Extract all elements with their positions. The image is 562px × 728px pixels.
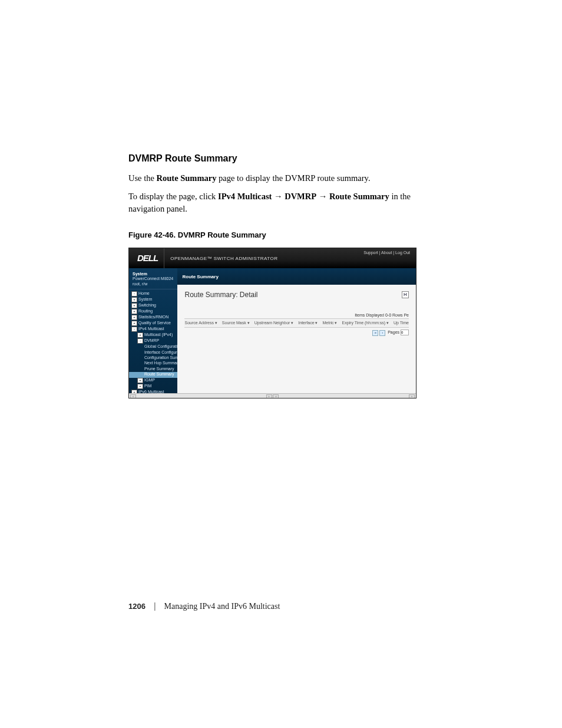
breadcrumb: Route Summary <box>177 268 416 285</box>
scroll-right-icon[interactable]: › <box>409 394 415 399</box>
content-panel: Route Summary: Detail H Items Displayed … <box>177 285 416 393</box>
sidebar-item-label: Next Hop Summary <box>144 361 177 365</box>
product-name: OPENMANAGE™ SWITCH ADMINISTRATOR <box>164 256 277 261</box>
arrow: → <box>272 192 285 201</box>
sidebar-title: System <box>129 271 177 276</box>
print-icon[interactable]: H <box>402 291 409 298</box>
device-name: PowerConnect M8024 <box>133 276 173 281</box>
expand-icon[interactable]: + <box>137 378 143 383</box>
app-header: DELL OPENMANAGE™ SWITCH ADMINISTRATOR Su… <box>129 248 416 268</box>
text-bold: Route Summary <box>157 173 217 183</box>
expand-icon[interactable]: + <box>137 332 143 338</box>
text: page to display the DVMRP route summary. <box>216 173 370 183</box>
collapse-icon[interactable]: - <box>131 327 137 332</box>
sidebar-item[interactable]: +Statistics/RMON <box>129 315 177 321</box>
sidebar-subtitle: PowerConnect M8024 root, r/w <box>129 276 177 289</box>
page-number-input[interactable] <box>401 330 409 335</box>
table-header: Source Address ▾Source Mask ▾Upstream Ne… <box>184 318 409 328</box>
sidebar-item[interactable]: -Home <box>129 291 177 297</box>
column-header[interactable]: Interface ▾ <box>298 321 318 325</box>
first-page-icon[interactable]: « <box>372 330 378 336</box>
dell-logo: DELL <box>129 248 164 268</box>
sidebar-item[interactable]: +System <box>129 297 177 303</box>
sidebar-item-label: Quality of Service <box>138 321 171 325</box>
nav-step-2: DVMRP <box>285 192 316 201</box>
sidebar-item-label: Route Summary <box>144 372 174 376</box>
sidebar-item[interactable]: Global Configuratio <box>129 344 177 350</box>
column-header[interactable]: Metric ▾ <box>322 321 337 325</box>
intro-paragraph-1: Use the Route Summary page to display th… <box>128 172 434 185</box>
arrow: → <box>316 192 329 201</box>
sidebar-item-label: Statistics/RMON <box>138 315 168 319</box>
sidebar-item[interactable]: Prune Summary <box>129 367 177 372</box>
expand-icon[interactable]: + <box>137 384 143 389</box>
sidebar-item-label: Routing <box>138 309 153 313</box>
expand-icon[interactable]: + <box>131 309 137 314</box>
sidebar-item[interactable]: +Routing <box>129 309 177 315</box>
sidebar-item-label: Multicast (IPv4) <box>144 332 173 337</box>
expand-icon[interactable]: + <box>131 303 137 308</box>
sidebar-item[interactable]: Interface Configurat <box>129 350 177 355</box>
sidebar-item-label: Interface Configurat <box>144 350 177 354</box>
column-header[interactable]: Up Time <box>394 321 409 325</box>
sidebar-item[interactable]: +Quality of Service <box>129 321 177 327</box>
figure-caption: Figure 42-46. DVMRP Route Summary <box>128 230 434 239</box>
nav-sidebar: System PowerConnect M8024 root, r/w -Hom… <box>129 268 177 393</box>
expand-icon[interactable]: + <box>131 390 137 393</box>
scrollbar-bottom[interactable]: ‹ › ‹ › <box>129 393 416 398</box>
items-displayed-label: Items Displayed 0-0 Rows Pe <box>184 313 409 317</box>
sidebar-item[interactable]: +PIM <box>129 384 177 390</box>
section-heading: DVMRP Route Summary <box>128 153 434 164</box>
sidebar-item-label: IGMP <box>144 378 155 382</box>
figure-screenshot: DELL OPENMANAGE™ SWITCH ADMINISTRATOR Su… <box>128 248 416 398</box>
sidebar-item[interactable]: +IPv6 Multicast <box>129 390 177 393</box>
pages-label: Pages <box>388 330 399 334</box>
sidebar-item[interactable]: Route Summary <box>129 372 177 377</box>
page-footer: 1206 | Managing IPv4 and IPv6 Multicast <box>128 601 280 611</box>
expand-icon[interactable]: + <box>131 315 137 320</box>
column-header[interactable]: Expiry Time (hh:mm:ss) ▾ <box>342 321 388 325</box>
sidebar-item-label: IPv4 Multicast <box>138 327 164 331</box>
pager: « ‹ Pages <box>184 330 409 336</box>
intro-paragraph-2: To display the page, click IPv4 Multicas… <box>128 190 434 215</box>
sidebar-item-label: Switching <box>138 303 156 307</box>
scroll-left-icon[interactable]: ‹ <box>273 394 279 399</box>
chapter-title: Managing IPv4 and IPv6 Multicast <box>164 602 280 611</box>
sidebar-item-label: System <box>138 297 152 301</box>
nav-step-1: IPv4 Multicast <box>218 192 272 201</box>
footer-divider: | <box>154 601 156 611</box>
sidebar-item[interactable]: +Switching <box>129 303 177 309</box>
expand-icon[interactable]: + <box>131 297 137 302</box>
page-number: 1206 <box>128 602 146 611</box>
sidebar-item-label: Configuration Summ <box>144 355 177 360</box>
collapse-icon[interactable]: - <box>131 291 137 297</box>
sidebar-item[interactable]: Next Hop Summary <box>129 361 177 366</box>
scroll-right-icon[interactable]: › <box>266 394 272 399</box>
sidebar-item[interactable]: Configuration Summ <box>129 355 177 361</box>
sidebar-item[interactable]: -IPv4 Multicast <box>129 327 177 332</box>
scroll-left-icon[interactable]: ‹ <box>130 394 136 399</box>
sidebar-item-label: DVMRP <box>144 338 159 342</box>
sidebar-item-label: Global Configuratio <box>144 344 177 348</box>
nav-step-3: Route Summary <box>329 192 389 201</box>
sidebar-item-label: IPv6 Multicast <box>138 390 164 393</box>
collapse-icon[interactable]: - <box>137 338 143 344</box>
column-header[interactable]: Upstream Neighbor ▾ <box>254 321 294 325</box>
text: Use the <box>128 173 157 183</box>
sidebar-item[interactable]: -DVMRP <box>129 338 177 344</box>
sidebar-item-label: PIM <box>144 384 151 388</box>
sidebar-item-label: Prune Summary <box>144 367 174 371</box>
sidebar-item[interactable]: +IGMP <box>129 378 177 384</box>
sidebar-item[interactable]: +Multicast (IPv4) <box>129 332 177 338</box>
panel-title: Route Summary: Detail <box>184 291 257 299</box>
prev-page-icon[interactable]: ‹ <box>379 330 385 336</box>
expand-icon[interactable]: + <box>131 321 137 326</box>
top-links[interactable]: Support | About | Log Out <box>363 251 410 255</box>
sidebar-item-label: Home <box>138 291 150 295</box>
user-mode: root, r/w <box>133 282 147 286</box>
text: To display the page, click <box>128 192 218 201</box>
column-header[interactable]: Source Mask ▾ <box>222 321 250 325</box>
column-header[interactable]: Source Address ▾ <box>184 321 217 325</box>
